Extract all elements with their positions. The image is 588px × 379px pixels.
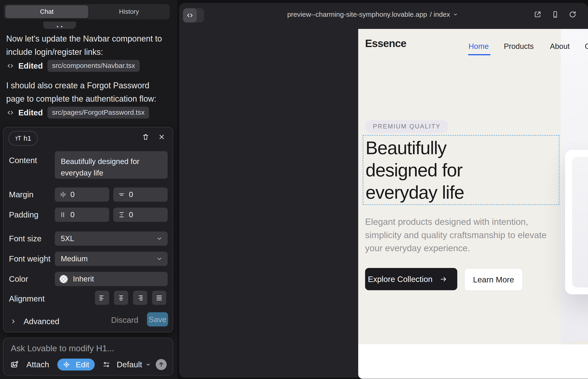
assistant-message: Now let's update the Navbar component to… [6, 32, 168, 59]
tab-chat[interactable]: Chat [5, 5, 88, 18]
explore-collection-button[interactable]: Explore Collection [365, 268, 457, 290]
advanced-toggle[interactable]: Advanced [10, 317, 59, 326]
hero-description: Elegant products designed with intention… [365, 215, 553, 255]
site-preview: Essence Home Products About Contact Sign… [358, 29, 588, 379]
chevron-down-icon [156, 255, 163, 262]
refresh-button[interactable] [569, 11, 576, 18]
hero-badge: PREMIUM QUALITY [365, 120, 449, 133]
content-textarea[interactable]: Beautifully designed for everyday life [55, 151, 168, 179]
margin-horizontal-icon [59, 191, 67, 198]
composer-input[interactable]: Ask Lovable to modify H1... [11, 344, 114, 353]
font-weight-select[interactable]: Medium [55, 252, 168, 266]
site-logo[interactable]: Essence [365, 37, 406, 49]
code-icon [7, 109, 14, 116]
preview-path: / index [430, 11, 450, 18]
mobile-view-button[interactable] [551, 11, 559, 18]
model-mode-dropdown[interactable]: Default [103, 360, 151, 369]
color-label: Color [9, 274, 28, 284]
selected-element-chip: тT h1 [8, 131, 38, 146]
type-icon: тT [15, 135, 21, 142]
chat-history-tabbar: Chat History [4, 4, 170, 19]
preview-url-bar[interactable]: preview--charming-site-symphony.lovable.… [170, 3, 578, 26]
edited-file-row[interactable]: Edited src/components/Navbar.tsx [7, 60, 140, 72]
delete-element-button[interactable] [140, 132, 151, 142]
margin-y-input[interactable]: 0 [113, 188, 168, 202]
preview-url: preview--charming-site-symphony.lovable.… [287, 11, 427, 18]
element-inspector-panel: тT h1 Content Beautifully designed for e… [3, 127, 173, 332]
discard-button[interactable]: Discard [111, 316, 138, 325]
save-button[interactable]: Save [147, 312, 168, 327]
element-tag: h1 [24, 134, 31, 142]
assistant-message: I should also create a Forgot Password p… [6, 79, 168, 105]
file-path-badge[interactable]: src/pages/ForgotPassword.tsx [47, 107, 149, 119]
chevron-down-icon [156, 235, 163, 242]
edited-label: Edited [18, 108, 43, 117]
font-size-select[interactable]: 5XL [55, 232, 168, 246]
nav-link-contact[interactable]: Contact [585, 42, 588, 51]
align-left-button[interactable] [95, 291, 109, 305]
nav-link-about[interactable]: About [550, 42, 570, 51]
nav-link-home[interactable]: Home [468, 42, 489, 51]
decorative-white-card [565, 150, 588, 294]
edited-file-row[interactable]: Edited src/pages/ForgotPassword.tsx [7, 107, 149, 118]
hero-heading[interactable]: Beautifully designed for everyday life [366, 137, 464, 204]
edit-mode-pill[interactable]: Edit [57, 359, 95, 371]
margin-vertical-icon [118, 191, 125, 198]
preview-toolbar-actions [533, 3, 576, 26]
align-center-button[interactable] [114, 291, 128, 305]
nav-link-products[interactable]: Products [504, 42, 534, 51]
preview-browser-frame: preview--charming-site-symphony.lovable.… [179, 3, 588, 378]
code-icon [7, 63, 14, 69]
nav-home-active-underline [468, 54, 491, 55]
edited-label: Edited [18, 61, 43, 70]
align-justify-button[interactable] [152, 291, 166, 305]
alignment-label: Alignment [9, 294, 45, 303]
font-weight-label: Font weight [9, 254, 50, 263]
padding-y-input[interactable]: 0 [113, 208, 168, 222]
chat-sidebar: Chat History Now let's update the Navbar… [0, 0, 177, 379]
color-swatch [59, 275, 68, 283]
margin-label: Margin [9, 190, 33, 199]
padding-vertical-icon [118, 211, 125, 218]
color-select[interactable]: Inherit [55, 272, 168, 286]
decorative-white-card-inner [572, 157, 588, 287]
margin-x-input[interactable]: 0 [55, 188, 109, 202]
close-inspector-button[interactable] [157, 132, 167, 142]
open-external-button[interactable] [533, 10, 542, 19]
attach-button[interactable]: Attach [10, 360, 49, 369]
padding-horizontal-icon [59, 211, 67, 218]
padding-label: Padding [9, 210, 38, 219]
chat-composer[interactable]: Ask Lovable to modify H1... Attach Edit … [3, 338, 173, 376]
send-button[interactable] [156, 359, 167, 370]
tab-history[interactable]: History [88, 4, 170, 19]
font-size-label: Font size [9, 234, 42, 243]
padding-x-input[interactable]: 0 [55, 208, 109, 222]
learn-more-button[interactable]: Learn More [464, 268, 523, 291]
composer-toolbar: Attach Edit Default [10, 359, 167, 371]
scrolled-chip-partial [43, 22, 76, 29]
content-label: Content [9, 156, 37, 165]
file-path-badge[interactable]: src/components/Navbar.tsx [47, 60, 140, 72]
align-right-button[interactable] [133, 291, 147, 305]
